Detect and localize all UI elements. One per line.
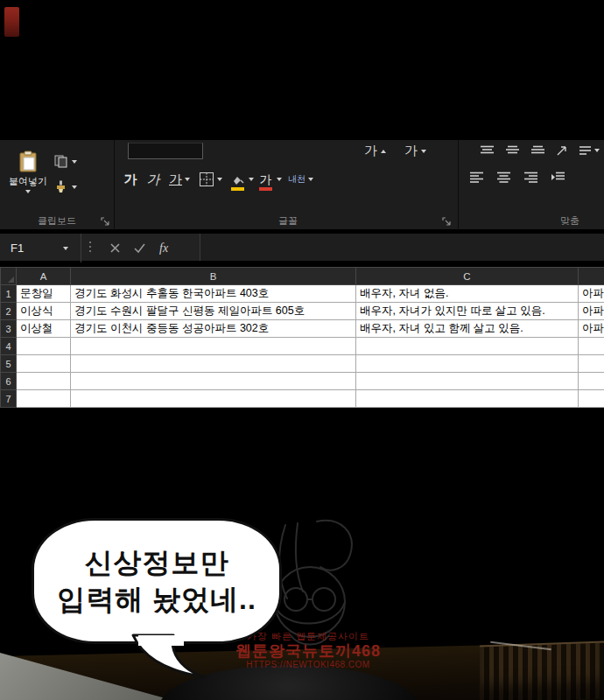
bold-button[interactable]: 가 xyxy=(121,168,140,191)
align-bottom-icon[interactable] xyxy=(530,145,545,157)
alignment-group-label: 맞춤 xyxy=(560,214,579,228)
cell-d1[interactable]: 아파 xyxy=(579,285,604,303)
formula-bar-drag-handle[interactable] xyxy=(89,242,91,252)
font-color-button[interactable]: 가 xyxy=(257,168,282,191)
spreadsheet: A B C D 1 문창일 경기도 화성시 추홀동 한국아파트 403호 배우자… xyxy=(0,267,604,409)
font-color-label: 가 xyxy=(260,173,272,186)
sheet-row-6: 6 xyxy=(1,373,604,390)
col-header-b[interactable]: B xyxy=(71,268,356,285)
sheet-row-4: 4 xyxy=(1,338,604,355)
fill-color-button[interactable] xyxy=(228,168,254,191)
row-header-6[interactable]: 6 xyxy=(1,373,17,390)
cell-c7[interactable] xyxy=(356,390,579,408)
cell-b2[interactable]: 경기도 수원시 팔달구 신평동 제일아파트 605호 xyxy=(71,303,356,320)
cell-a7[interactable] xyxy=(17,390,71,408)
cell-d6[interactable] xyxy=(579,373,604,390)
underline-button[interactable]: 가 xyxy=(166,168,193,191)
shrink-font-button[interactable]: 가 xyxy=(401,141,430,161)
cancel-icon[interactable] xyxy=(110,243,120,253)
font-name-combobox[interactable] xyxy=(128,143,203,159)
col-header-a[interactable]: A xyxy=(17,268,71,285)
wrap-text-button[interactable] xyxy=(579,145,600,156)
formula-bar: F1 fx xyxy=(0,233,604,262)
cell-b6[interactable] xyxy=(71,373,356,390)
cell-d3[interactable]: 아파 xyxy=(579,320,604,338)
phonetic-button[interactable]: 내천 xyxy=(285,168,316,191)
sheet-row-7: 7 xyxy=(1,390,604,408)
cell-a1[interactable]: 문창일 xyxy=(17,285,71,303)
cell-a5[interactable] xyxy=(17,355,71,373)
cell-a4[interactable] xyxy=(17,338,71,355)
cell-b1[interactable]: 경기도 화성시 추홀동 한국아파트 403호 xyxy=(71,285,356,303)
copy-button[interactable] xyxy=(54,154,77,169)
formula-input[interactable] xyxy=(200,234,604,261)
italic-label: 가 xyxy=(147,172,160,188)
cell-b5[interactable] xyxy=(71,355,356,373)
align-middle-icon[interactable] xyxy=(505,145,520,157)
row-header-3[interactable]: 3 xyxy=(1,320,17,338)
row-header-5[interactable]: 5 xyxy=(1,355,17,373)
chevron-down-icon xyxy=(249,178,254,181)
row-header-4[interactable]: 4 xyxy=(1,338,17,355)
format-painter-button[interactable] xyxy=(54,179,77,194)
cell-b4[interactable] xyxy=(71,338,356,355)
borders-button[interactable] xyxy=(196,168,225,191)
menu-lines-icon xyxy=(579,145,592,156)
cell-c5[interactable] xyxy=(356,355,579,373)
cell-d4[interactable] xyxy=(579,338,604,355)
cell-d5[interactable] xyxy=(579,355,604,373)
ribbon-group-labels: 클립보드 글꼴 맞춤 xyxy=(0,214,604,228)
cell-b7[interactable] xyxy=(71,390,356,408)
align-top-icon[interactable] xyxy=(480,145,495,157)
cell-c1[interactable]: 배우자, 자녀 없음. xyxy=(356,285,579,303)
sheet-row-3: 3 이상철 경기도 이천시 중등동 성공아파트 302호 배우자, 자녀 있고 … xyxy=(1,320,604,338)
formula-bar-buttons: fx xyxy=(105,234,168,262)
cell-d7[interactable] xyxy=(579,390,604,408)
sheet-row-1: 1 문창일 경기도 화성시 추홀동 한국아파트 403호 배우자, 자녀 없음.… xyxy=(1,285,604,303)
bubble-tail-joint xyxy=(138,635,184,646)
paste-button[interactable]: 붙여넣기 xyxy=(5,150,51,212)
col-header-d[interactable]: D xyxy=(579,268,604,285)
cell-c6[interactable] xyxy=(356,373,579,390)
chevron-down-icon xyxy=(185,178,190,181)
enter-check-icon[interactable] xyxy=(134,243,145,253)
insert-function-button[interactable]: fx xyxy=(159,242,168,256)
column-header-row: A B C D xyxy=(1,268,604,285)
watermark-site-name: 웹툰왕국뉴토끼468 xyxy=(203,643,413,660)
radiator-slats xyxy=(480,641,604,700)
webtoon-panel: 가 가 xyxy=(0,0,604,700)
align-right-icon[interactable] xyxy=(523,172,538,183)
orientation-icon[interactable] xyxy=(556,144,568,157)
indent-icon[interactable] xyxy=(551,172,565,183)
chevron-down-icon xyxy=(72,186,77,189)
chevron-down-icon xyxy=(25,190,31,193)
font-buttons-row: 가 가 가 xyxy=(121,168,316,191)
row-header-7[interactable]: 7 xyxy=(1,390,17,408)
cell-a2[interactable]: 이상식 xyxy=(17,303,71,320)
cell-c4[interactable] xyxy=(356,338,579,355)
col-header-c[interactable]: C xyxy=(356,268,579,285)
font-dialog-launcher-icon[interactable] xyxy=(442,217,452,227)
chevron-down-icon xyxy=(421,150,426,153)
cell-c2[interactable]: 배우자, 자녀가 있지만 따로 살고 있음. xyxy=(356,303,579,320)
italic-button[interactable]: 가 xyxy=(144,168,163,191)
align-center-icon[interactable] xyxy=(496,172,511,183)
cell-d2[interactable]: 아파 xyxy=(579,303,604,320)
cell-a6[interactable] xyxy=(17,373,71,390)
row-header-1[interactable]: 1 xyxy=(1,285,17,303)
cell-c3[interactable]: 배우자, 자녀 있고 함께 살고 있음. xyxy=(356,320,579,338)
cell-a3[interactable]: 이상철 xyxy=(17,320,71,338)
borders-icon xyxy=(199,172,214,187)
sheet-row-5: 5 xyxy=(1,355,604,373)
copy-icon xyxy=(54,155,67,168)
align-left-icon[interactable] xyxy=(469,172,484,183)
name-box[interactable]: F1 xyxy=(0,234,81,262)
excel-app-icon[interactable] xyxy=(4,7,19,37)
ribbon-font-row: 가 가 xyxy=(0,140,604,163)
cell-b3[interactable]: 경기도 이천시 중등동 성공아파트 302호 xyxy=(71,320,356,338)
clipboard-dialog-launcher-icon[interactable] xyxy=(101,217,110,227)
row-header-2[interactable]: 2 xyxy=(1,303,17,320)
paint-bucket-icon xyxy=(230,175,244,186)
select-all-corner[interactable] xyxy=(1,268,17,285)
grow-font-button[interactable]: 가 xyxy=(361,141,390,161)
